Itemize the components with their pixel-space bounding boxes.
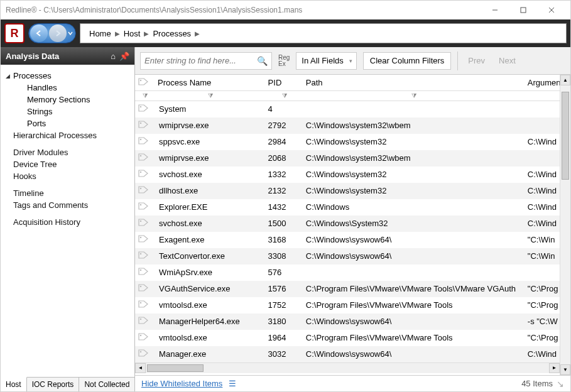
table-row[interactable]: WmiApSrv.exe576 [135,264,560,281]
table-row[interactable]: TextConvertor.exe3308C:\Windows\syswow64… [135,248,560,264]
cell-pid: 1432 [266,199,303,215]
table-row[interactable]: System4 [135,101,560,117]
horizontal-scrollbar[interactable]: ◄ ► [135,362,560,373]
table-row[interactable]: ManagerHelper64.exe3180C:\Windows\syswow… [135,313,560,330]
tree-acquisition[interactable]: Acquisition History [6,216,132,228]
table-row[interactable]: wmiprvse.exe2792C:\Windows\system32\wbem [135,117,560,134]
cell-process-name: VGAuthService.exe [155,281,266,297]
cell-path: C:\Windows\system32 [303,134,525,150]
row-tag-icon[interactable] [135,346,155,362]
row-tag-icon[interactable] [135,117,155,134]
expand-icon[interactable]: ↘ [557,379,564,389]
table-row[interactable]: svchost.exe1500C:\Windows\System32C:\Win… [135,215,560,232]
svg-point-15 [140,270,141,271]
row-tag-icon[interactable] [135,101,155,117]
table-row[interactable]: svchost.exe1332C:\Windows\system32C:\Win… [135,166,560,183]
col-path[interactable]: Path [303,75,525,91]
tree-driver-modules[interactable]: Driver Modules [6,146,132,158]
history-dropdown-icon[interactable] [67,31,74,36]
prev-button[interactable]: Prev [464,56,489,65]
tree-processes[interactable]: ◢Processes [6,70,132,82]
minimize-button[interactable] [481,1,509,19]
clear-filters-button[interactable]: Clear Column Filters [363,52,451,70]
row-tag-icon[interactable] [135,232,155,248]
table-row[interactable]: Exagent.exe3168C:\Windows\syswow64\"C:\W… [135,232,560,248]
table-row[interactable]: Manager.exe3032C:\Windows\syswow64\C:\Wi… [135,346,560,362]
crumb-home[interactable]: Home [85,29,115,38]
tab-host[interactable]: Host [1,377,27,391]
tree-timeline[interactable]: Timeline [6,187,132,199]
scroll-down-icon[interactable]: ▼ [560,364,570,375]
back-button[interactable] [30,24,48,42]
row-tag-icon[interactable] [135,199,155,215]
cell-pid: 1500 [266,215,303,232]
svg-point-16 [140,286,141,287]
field-select[interactable]: In All Fields [296,52,356,70]
tree-hooks[interactable]: Hooks [6,170,132,182]
scroll-right-icon[interactable]: ► [549,363,560,373]
tab-ioc-reports[interactable]: IOC Reports [27,378,80,391]
row-tag-icon[interactable] [135,150,155,166]
search-box[interactable]: 🔍 [140,52,272,70]
cell-path: C:\Windows\syswow64\ [303,232,525,248]
list-icon[interactable]: ☰ [229,379,236,388]
tree-ports[interactable]: Ports [6,117,132,129]
crumb-host[interactable]: Host [120,29,144,38]
cell-pid: 3180 [266,313,303,330]
row-tag-icon[interactable] [135,134,155,150]
tab-not-collected[interactable]: Not Collected [79,378,135,391]
table-row[interactable]: vmtoolsd.exe1752C:\Program Files\VMware\… [135,297,560,313]
row-tag-icon[interactable] [135,183,155,199]
row-tag-icon[interactable] [135,248,155,264]
row-tag-icon[interactable] [135,215,155,232]
table-row[interactable]: sppsvc.exe2984C:\Windows\system32C:\Wind [135,134,560,150]
cell-args: "C:\Prog [525,297,560,313]
cell-process-name: wmiprvse.exe [155,150,266,166]
tree-device-tree[interactable]: Device Tree [6,158,132,170]
scroll-up-icon[interactable]: ▲ [560,75,570,85]
table-row[interactable]: Explorer.EXE1432C:\WindowsC:\Wind [135,199,560,215]
tree-hierarchical[interactable]: Hierarchical Processes [6,129,132,141]
col-tag[interactable] [135,75,155,91]
row-tag-icon[interactable] [135,297,155,313]
close-button[interactable] [537,1,565,19]
col-pid[interactable]: PID [266,75,303,91]
table-row[interactable]: VGAuthService.exe1576C:\Program Files\VM… [135,281,560,297]
regex-toggle[interactable]: Reg Ex [278,55,290,67]
maximize-button[interactable] [509,1,537,19]
tree-tags[interactable]: Tags and Comments [6,199,132,211]
row-tag-icon[interactable] [135,313,155,330]
vertical-scrollbar[interactable]: ▲ ▼ [560,75,570,375]
tree-strings[interactable]: Strings [6,106,132,117]
cell-args: "C:\Win [525,248,560,264]
cell-pid: 2984 [266,134,303,150]
row-tag-icon[interactable] [135,330,155,346]
filter-icon[interactable]: ⧩ [411,92,416,99]
filter-icon[interactable]: ⧩ [282,92,287,99]
row-tag-icon[interactable] [135,166,155,183]
col-arguments[interactable]: Arguments [525,75,560,91]
filter-icon[interactable]: ⧩ [208,92,213,99]
scroll-thumb[interactable] [147,364,204,372]
table-row[interactable]: vmtoolsd.exe1964C:\Program Files\VMware\… [135,330,560,346]
scroll-thumb[interactable] [562,92,569,180]
tree-memory-sections[interactable]: Memory Sections [6,94,132,106]
pin-icon[interactable]: 📌 [119,52,129,61]
home-icon[interactable]: ⌂ [111,52,116,61]
table-row[interactable]: wmiprvse.exe2068C:\Windows\system32\wbem [135,150,560,166]
svg-rect-1 [521,8,526,13]
tree-handles[interactable]: Handles [6,82,132,94]
next-button[interactable]: Next [495,56,519,65]
col-process-name[interactable]: Process Name [155,75,266,91]
window-title: Redline® - C:\Users\Administrator\Docume… [6,6,481,14]
row-tag-icon[interactable] [135,281,155,297]
filter-icon[interactable]: ⧩ [143,92,148,99]
table-row[interactable]: dllhost.exe2132C:\Windows\system32C:\Win… [135,183,560,199]
hide-whitelisted-link[interactable]: Hide Whitelisted Items [141,379,222,388]
scroll-left-icon[interactable]: ◄ [135,363,146,373]
search-input[interactable] [144,56,257,65]
row-tag-icon[interactable] [135,264,155,281]
crumb-processes[interactable]: Processes [149,29,195,38]
forward-button[interactable] [49,24,67,42]
search-icon[interactable]: 🔍 [257,56,268,66]
